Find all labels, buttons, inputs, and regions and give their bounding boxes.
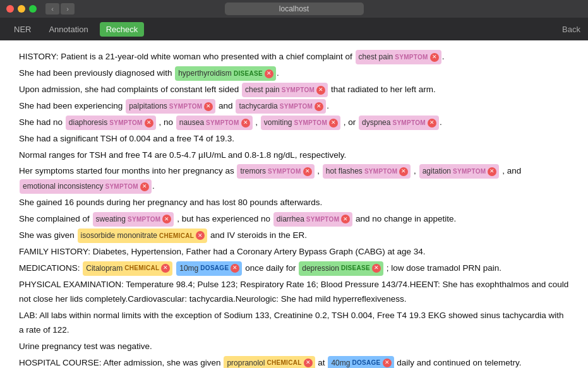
- paragraph-13: MEDICATIONS: CitalopramCHEMICAL✕ 10mgDOS…: [19, 261, 569, 276]
- paragraph-5: She had no diaphoresisSYMPTOM✕ , no naus…: [19, 115, 569, 130]
- tag-chest-pain-2[interactable]: chest painSYMPTOM✕: [242, 83, 328, 97]
- paragraph-10: She complained of sweatingSYMPTOM✕ , but…: [19, 211, 569, 227]
- paragraph-9: She gained 16 pounds during her pregnanc…: [19, 195, 569, 210]
- back-button[interactable]: Back: [562, 25, 580, 34]
- paragraph-6: She had a significant TSH of 0.004 and a…: [19, 131, 569, 146]
- nav-back-button[interactable]: ‹: [45, 3, 59, 15]
- paragraph-14: PHYSICAL EXAMINATION: Temperature 98.4; …: [19, 277, 569, 307]
- toolbar: NER Annotation Recheck Back: [0, 18, 588, 40]
- tag-tachycardia-1[interactable]: tachycardiaSYMPTOM✕: [236, 99, 326, 114]
- tag-isosorbide[interactable]: isosorbide mononitrateCHEMICAL✕: [78, 229, 208, 243]
- nav-forward-button[interactable]: ›: [61, 3, 75, 15]
- recheck-button[interactable]: Recheck: [100, 22, 145, 37]
- tag-depression[interactable]: depressionDISEASE✕: [299, 261, 383, 276]
- traffic-light-green[interactable]: [29, 5, 37, 13]
- paragraph-7: Normal ranges for TSH and free T4 are 0.…: [19, 148, 569, 163]
- tag-hot-flashes[interactable]: hot flashesSYMPTOM✕: [323, 164, 411, 179]
- paragraph-1: HISTORY: Patient is a 21-year-old white …: [19, 49, 569, 64]
- paragraph-2: She had been previously diagnosed with h…: [19, 66, 569, 81]
- ner-button[interactable]: NER: [8, 22, 37, 37]
- address-bar[interactable]: localhost: [225, 3, 364, 15]
- tag-diarrhea[interactable]: diarrheaSYMPTOM✕: [273, 212, 353, 227]
- traffic-light-red[interactable]: [6, 5, 14, 13]
- tag-sweating[interactable]: sweatingSYMPTOM✕: [93, 212, 174, 227]
- tag-citalopram[interactable]: CitalopramCHEMICAL✕: [83, 261, 172, 276]
- tag-emotional-inconsistency[interactable]: emotional inconsistencySYMPTOM✕: [20, 179, 152, 194]
- paragraph-17: HOSPITAL COURSE: After admission, she wa…: [19, 355, 569, 368]
- tag-dyspnea[interactable]: dyspneaSYMPTOM✕: [359, 116, 439, 130]
- tag-10mg[interactable]: 10mgDOSAGE✕: [176, 261, 242, 276]
- tag-tremors[interactable]: tremorsSYMPTOM✕: [237, 164, 314, 179]
- tag-nausea[interactable]: nauseaSYMPTOM✕: [176, 116, 253, 130]
- tag-chest-pain-1[interactable]: chest painSYMPTOM✕: [356, 50, 441, 64]
- window-chrome: ‹ › localhost: [0, 0, 588, 18]
- tag-propranolol-1[interactable]: propranololCHEMICAL✕: [224, 356, 315, 368]
- paragraph-16: Urine pregnancy test was negative.: [19, 339, 569, 354]
- paragraph-4: She had been experiencing palpitationsSY…: [19, 98, 569, 114]
- tag-40mg-1[interactable]: 40mgDOSAGE✕: [328, 356, 393, 368]
- paragraph-3: Upon admission, she had complaints of co…: [19, 82, 569, 97]
- tag-agitation[interactable]: agitationSYMPTOM✕: [419, 164, 500, 179]
- traffic-light-yellow[interactable]: [18, 5, 25, 13]
- tag-palpitations[interactable]: palpitationsSYMPTOM✕: [126, 99, 215, 114]
- paragraph-8: Her symptoms started four months into he…: [19, 163, 569, 194]
- tag-vomiting[interactable]: vomitingSYMPTOM✕: [261, 116, 340, 130]
- paragraph-11: She was given isosorbide mononitrateCHEM…: [19, 228, 569, 243]
- paragraph-12: FAMILY HISTORY: Diabetes, Hypertension, …: [19, 244, 569, 259]
- tag-diaphoresis[interactable]: diaphoresisSYMPTOM✕: [66, 116, 156, 130]
- annotation-button[interactable]: Annotation: [42, 22, 94, 37]
- paragraph-15: LAB: All labs within normal limits with …: [19, 308, 569, 338]
- content-area: HISTORY: Patient is a 21-year-old white …: [0, 40, 588, 368]
- tag-hyperthyroidism[interactable]: hyperthyroidismDISEASE✕: [175, 66, 276, 81]
